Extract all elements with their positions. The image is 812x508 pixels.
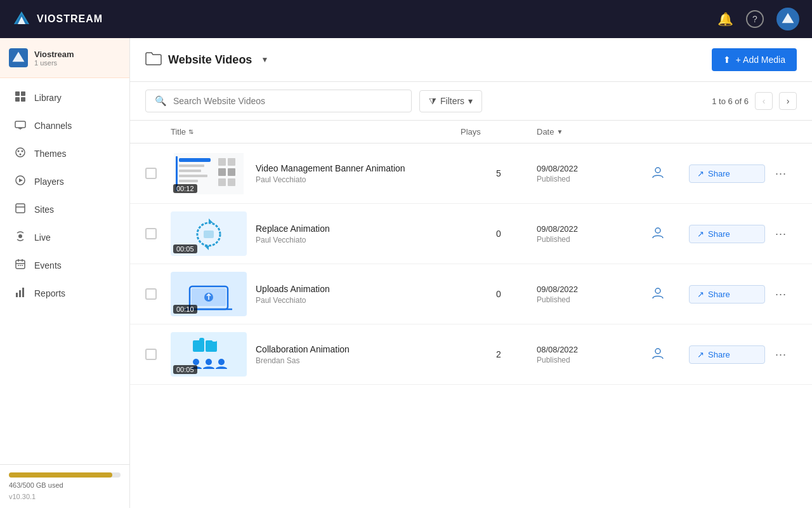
- row3-author: Paul Vecchiato: [256, 296, 330, 305]
- sidebar-item-themes[interactable]: Themes: [4, 140, 126, 167]
- svg-point-54: [655, 288, 660, 293]
- title-dropdown-icon[interactable]: ▼: [261, 55, 268, 64]
- notification-icon[interactable]: 🔔: [717, 11, 733, 27]
- row2-share-label: Share: [708, 229, 730, 239]
- add-media-label: + Add Media: [736, 55, 785, 65]
- row3-share-label: Share: [708, 290, 730, 299]
- row3-thumbnail[interactable]: 00:10: [171, 272, 247, 316]
- row4-user-icon[interactable]: [651, 346, 689, 363]
- user-avatar[interactable]: [776, 8, 799, 30]
- sidebar-item-events[interactable]: Events: [4, 252, 126, 279]
- row3-plays: 0: [461, 289, 537, 299]
- row3-more-button[interactable]: ···: [765, 288, 797, 301]
- row4-thumbnail[interactable]: 00:05: [171, 332, 247, 377]
- row2-checkbox[interactable]: [145, 228, 171, 239]
- row1-user-icon[interactable]: [651, 165, 689, 182]
- sidebar-item-library-label: Library: [34, 93, 62, 103]
- svg-point-44: [655, 168, 660, 173]
- help-icon[interactable]: ?: [746, 10, 764, 28]
- search-wrapper: 🔍: [145, 90, 412, 112]
- svg-point-13: [18, 150, 20, 152]
- svg-rect-59: [212, 338, 217, 342]
- svg-rect-56: [193, 340, 204, 352]
- row1-checkbox[interactable]: [145, 168, 171, 179]
- row4-title: Collaboration Animation: [256, 344, 350, 354]
- svg-rect-57: [199, 338, 204, 342]
- header-date-col[interactable]: Date ▼: [537, 127, 651, 137]
- svg-rect-37: [218, 158, 226, 166]
- sidebar-item-library[interactable]: Library: [4, 84, 126, 111]
- svg-rect-28: [16, 293, 18, 297]
- row2-share-button[interactable]: ↗ Share: [689, 225, 765, 243]
- share-icon-2: ↗: [697, 229, 704, 239]
- brand-name: VIOSTREAM: [37, 13, 103, 25]
- sidebar-item-reports-label: Reports: [34, 288, 65, 298]
- row4-share-button[interactable]: ↗ Share: [689, 345, 765, 364]
- search-input[interactable]: [173, 96, 402, 106]
- filter-button[interactable]: ⧩ Filters ▾: [419, 90, 482, 112]
- row4-checkbox[interactable]: [145, 349, 171, 360]
- svg-rect-18: [16, 204, 25, 213]
- topbar: VIOSTREAM 🔔 ?: [0, 0, 812, 38]
- row2-more-button[interactable]: ···: [765, 227, 797, 241]
- row2-user-icon[interactable]: [651, 225, 689, 243]
- date-sort-icon: ▼: [556, 128, 563, 135]
- row4-more-button[interactable]: ···: [765, 348, 797, 361]
- svg-rect-34: [179, 170, 201, 172]
- content-header: Website Videos ▼ ⬆ + Add Media: [130, 38, 812, 82]
- row2-plays: 0: [461, 229, 537, 239]
- pagination-prev-button[interactable]: ‹: [755, 92, 773, 110]
- filter-icon: ⧩: [429, 96, 436, 107]
- sidebar-footer: 463/500 GB used v10.30.1: [0, 464, 129, 508]
- pagination-next-button[interactable]: ›: [779, 92, 797, 110]
- svg-point-61: [206, 359, 212, 365]
- sidebar-item-sites[interactable]: Sites: [4, 196, 126, 223]
- themes-icon: [14, 147, 27, 161]
- add-media-icon: ⬆: [723, 55, 731, 65]
- table-header: Title ⇅ Plays Date ▼: [130, 121, 812, 144]
- org-users: 1 users: [34, 59, 74, 67]
- svg-rect-41: [218, 178, 226, 186]
- row1-thumbnail[interactable]: 00:12: [171, 151, 247, 196]
- reports-icon: [14, 286, 27, 300]
- row3-date-val: 09/08/2022: [537, 284, 651, 294]
- version-text: v10.30.1: [9, 493, 121, 500]
- row1-share-label: Share: [708, 169, 730, 178]
- share-icon-4: ↗: [697, 350, 704, 359]
- sidebar-item-reports[interactable]: Reports: [4, 280, 126, 307]
- row1-share-button[interactable]: ↗ Share: [689, 164, 765, 183]
- svg-point-25: [18, 265, 19, 266]
- row4-share-label: Share: [708, 350, 730, 359]
- svg-point-60: [193, 359, 199, 365]
- row2-info: Replace Animation Paul Vecchiato: [256, 224, 330, 244]
- header-title-col[interactable]: Title ⇅: [171, 127, 461, 137]
- row3-share-button[interactable]: ↗ Share: [689, 285, 765, 304]
- header-date-label: Date: [537, 127, 554, 137]
- row1-title: Video Management Banner Animation: [256, 163, 405, 173]
- svg-marker-3: [782, 13, 794, 23]
- row3-checkbox[interactable]: [145, 288, 171, 300]
- storage-text: 463/500 GB used: [9, 481, 121, 489]
- row1-more-button[interactable]: ···: [765, 167, 797, 180]
- header-title-label: Title: [171, 127, 186, 137]
- row4-status: Published: [537, 356, 651, 364]
- sidebar-item-live[interactable]: Live: [4, 224, 126, 251]
- sidebar-item-players[interactable]: Players: [4, 168, 126, 195]
- org-name: Viostream: [34, 50, 74, 59]
- row4-video-cell: 00:05 Collaboration Animation Brendan Sa…: [171, 332, 461, 377]
- row1-status: Published: [537, 175, 651, 184]
- add-media-button[interactable]: ⬆ + Add Media: [712, 48, 797, 71]
- sidebar: Viostream 1 users Library Channels: [0, 38, 130, 508]
- org-info: Viostream 1 users: [34, 50, 74, 67]
- row2-thumbnail[interactable]: 00:05: [171, 211, 247, 256]
- topbar-left: VIOSTREAM: [13, 10, 103, 28]
- sidebar-org[interactable]: Viostream 1 users: [0, 38, 129, 78]
- svg-rect-7: [15, 97, 20, 102]
- sidebar-item-channels[interactable]: Channels: [4, 112, 126, 139]
- row2-duration: 00:05: [173, 244, 197, 253]
- row3-user-icon[interactable]: [651, 286, 689, 303]
- row1-video-cell: 00:12 Video Management Banner Animation …: [171, 151, 461, 196]
- svg-point-20: [18, 234, 22, 238]
- svg-point-12: [16, 148, 25, 157]
- share-icon-3: ↗: [697, 290, 704, 299]
